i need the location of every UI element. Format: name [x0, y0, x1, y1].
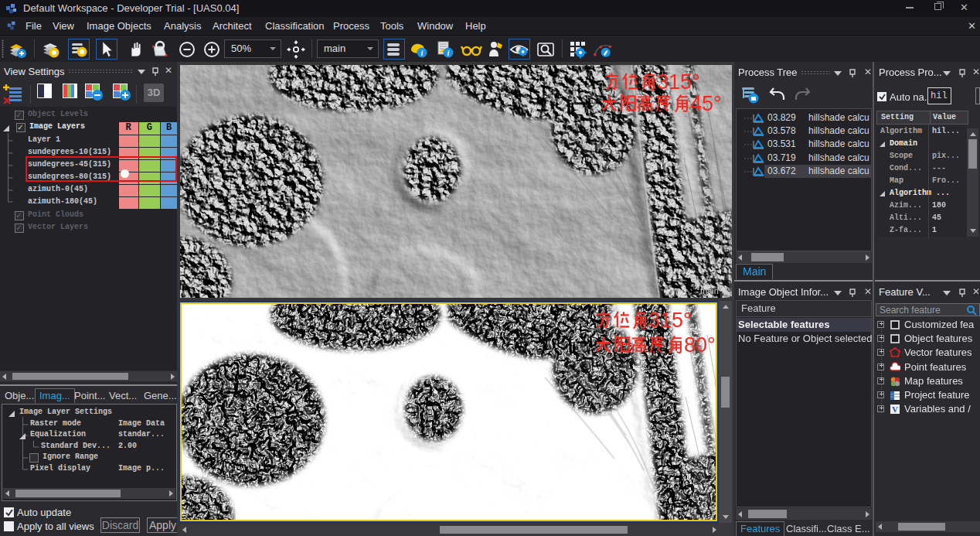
svg-text:i: i — [447, 49, 450, 57]
svg-text:i: i — [421, 49, 424, 57]
svg-text:V: V — [892, 405, 898, 414]
svg-text:45°: 45° — [690, 92, 722, 115]
svg-text:315°: 315° — [657, 70, 700, 94]
svg-text:315°: 315° — [648, 309, 692, 332]
svg-text:80°: 80° — [684, 333, 716, 357]
